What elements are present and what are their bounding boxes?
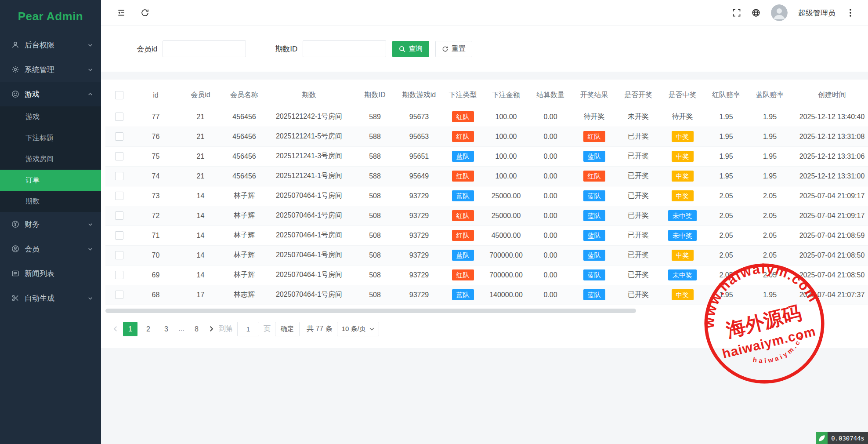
cell-win-status: 中奖	[662, 245, 703, 265]
row-checkbox[interactable]	[115, 152, 123, 160]
sidebar-item-news[interactable]: 新闻列表	[0, 261, 101, 286]
row-checkbox[interactable]	[115, 132, 123, 141]
filter-buttons: 查询 重置	[392, 41, 472, 57]
language-globe-icon[interactable]	[752, 8, 760, 17]
cell-period-game-id: 93729	[398, 186, 441, 206]
cell-blue-odds: 2.05	[749, 245, 790, 265]
sidebar-subitem-game-room[interactable]: 游戏房间	[0, 149, 101, 170]
row-checkbox[interactable]	[115, 192, 123, 200]
cell-member-id: 21	[178, 107, 223, 127]
goto-page-input[interactable]	[237, 322, 259, 336]
row-checkbox[interactable]	[115, 113, 123, 121]
page-button-8[interactable]: 8	[189, 322, 204, 336]
status-badge: 中奖	[672, 151, 694, 162]
cell-red-odds: 2.05	[703, 245, 749, 265]
cell-red-odds: 1.95	[703, 285, 749, 305]
more-dots-icon[interactable]	[846, 8, 855, 17]
period-id-input[interactable]	[303, 40, 386, 57]
cell-period-id: 588	[352, 166, 398, 186]
status-text: 待开奖	[672, 113, 693, 120]
goto-confirm-button[interactable]: 确定	[275, 322, 300, 336]
cell-bet-amount: 140000.00	[485, 285, 527, 305]
status-badge: 红队	[452, 111, 474, 122]
status-badge: 未中奖	[668, 230, 697, 241]
page-button-2[interactable]: 2	[141, 322, 156, 336]
horizontal-scrollbar[interactable]	[105, 309, 864, 313]
page-size-value: 10 条/页	[342, 325, 366, 333]
cell-bet-amount: 100.00	[485, 107, 527, 127]
cell-period-game-id: 95651	[398, 146, 441, 166]
cell-draw-status: 已开奖	[615, 146, 662, 166]
sidebar-item-member[interactable]: 会员	[0, 237, 101, 261]
row-checkbox[interactable]	[115, 231, 123, 240]
cell-period-id: 508	[352, 206, 398, 226]
cell-bet-type: 红队	[441, 166, 485, 186]
period-id-label: 期数ID	[275, 44, 297, 54]
cell-blue-odds: 2.05	[749, 265, 790, 285]
sidebar-item-auto[interactable]: 自动生成	[0, 286, 101, 310]
current-user-name[interactable]: 超级管理员	[798, 8, 835, 18]
cell-period-id: 588	[352, 127, 398, 146]
cell-blue-odds: 1.95	[749, 166, 790, 186]
sidebar-subitem-order[interactable]: 订单	[0, 170, 101, 191]
cell-bet-type: 蓝队	[441, 186, 485, 206]
sidebar-item-system[interactable]: 系统管理	[0, 57, 101, 82]
cell-created-at: 2025-12-12 13:31:08	[790, 127, 868, 146]
page-button-3[interactable]: 3	[159, 322, 174, 336]
status-badge: 蓝队	[583, 151, 605, 162]
cell-draw-status: 未开奖	[615, 107, 662, 127]
reset-button[interactable]: 重置	[435, 41, 472, 57]
row-checkbox[interactable]	[115, 172, 123, 180]
prev-page-icon[interactable]	[112, 326, 119, 332]
column-header: 开奖结果	[574, 84, 615, 107]
sidebar-subitem-period[interactable]: 期数	[0, 191, 101, 212]
cell-member-id: 14	[178, 265, 223, 285]
sidebar-item-game[interactable]: 游戏	[0, 82, 101, 106]
cell-bet-amount: 100.00	[485, 127, 527, 146]
cell-settle-qty: 0.00	[527, 166, 574, 186]
cell-result: 蓝队	[574, 226, 615, 245]
refresh-icon[interactable]	[141, 8, 149, 17]
cell-member-name: 林子辉	[223, 245, 266, 265]
column-header: 创建时间	[790, 84, 868, 107]
status-badge: 中奖	[672, 250, 694, 261]
next-page-icon[interactable]	[208, 326, 214, 332]
collapse-sidebar-icon[interactable]	[117, 8, 126, 17]
cell-draw-status: 已开奖	[615, 127, 662, 146]
search-button[interactable]: 查询	[392, 41, 429, 57]
total-count: 共 77 条	[307, 324, 333, 334]
cell-id: 69	[133, 265, 178, 285]
cell-created-at: 2025-07-04 21:08:50	[790, 265, 868, 285]
row-checkbox[interactable]	[115, 271, 123, 279]
row-checkbox[interactable]	[115, 251, 123, 259]
avatar[interactable]	[771, 4, 788, 21]
row-checkbox[interactable]	[115, 211, 123, 220]
cell-select	[105, 127, 133, 146]
coin-icon	[11, 220, 19, 228]
cell-created-at: 2025-07-04 21:07:37	[790, 285, 868, 305]
status-badge: 红队	[452, 210, 474, 221]
cell-member-id: 14	[178, 186, 223, 206]
select-all-checkbox[interactable]	[115, 91, 123, 99]
sidebar-nav: 后台权限系统管理游戏游戏下注标题游戏房间订单期数财务会员新闻列表自动生成	[0, 33, 101, 310]
row-checkbox[interactable]	[115, 291, 123, 299]
scrollbar-thumb[interactable]	[105, 309, 636, 313]
topbar: 超级管理员	[101, 0, 868, 26]
cell-period-game-id: 93729	[398, 265, 441, 285]
status-badge: 蓝队	[452, 289, 474, 300]
sidebar-item-permission[interactable]: 后台权限	[0, 33, 101, 57]
sidebar-subitem-bet-title[interactable]: 下注标题	[0, 127, 101, 149]
cell-period-id: 588	[352, 146, 398, 166]
cell-red-odds: 2.05	[703, 186, 749, 206]
table-row: 77214564562025121242-1号房间58995673红队100.0…	[105, 107, 868, 127]
member-id-input[interactable]	[163, 40, 246, 57]
sidebar-subitem-game[interactable]: 游戏	[0, 106, 101, 127]
column-header: 下注类型	[441, 84, 485, 107]
page-size-select[interactable]: 10 条/页	[337, 322, 379, 336]
fullscreen-icon[interactable]	[732, 8, 741, 17]
sidebar-item-finance[interactable]: 财务	[0, 212, 101, 237]
cell-blue-odds: 1.95	[749, 127, 790, 146]
page-button-1[interactable]: 1	[123, 322, 137, 336]
table-row: 7014林子辉2025070464-1号房间50893729蓝队700000.0…	[105, 245, 868, 265]
cell-member-id: 21	[178, 146, 223, 166]
